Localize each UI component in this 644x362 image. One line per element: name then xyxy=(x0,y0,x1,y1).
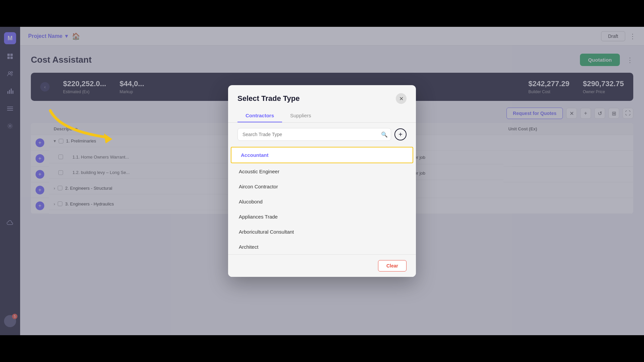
modal-tabs: Contractors Suppliers xyxy=(228,104,416,123)
trade-item-aircon-contractor[interactable]: Aircon Contractor xyxy=(229,179,415,194)
trade-item-appliances-trade[interactable]: Appliances Trade xyxy=(229,209,415,224)
trade-item-arboricultural-consultant[interactable]: Arboricultural Consultant xyxy=(229,224,415,239)
search-area: 🔍 + xyxy=(228,123,416,146)
modal-title: Select Trade Type xyxy=(237,94,300,103)
plus-icon: + xyxy=(398,131,402,138)
add-trade-button[interactable]: + xyxy=(394,128,407,140)
search-input-wrapper: 🔍 xyxy=(237,128,391,141)
clear-button[interactable]: Clear xyxy=(378,260,407,272)
search-icon: 🔍 xyxy=(381,131,388,138)
trade-item-architect[interactable]: Architect xyxy=(229,239,415,254)
tab-suppliers[interactable]: Suppliers xyxy=(282,109,319,122)
modal-header: Select Trade Type ✕ xyxy=(228,85,416,104)
trade-item-accountant[interactable]: Accountant xyxy=(231,147,413,163)
trade-item-acoustic-engineer[interactable]: Acoustic Engineer xyxy=(229,164,415,179)
close-icon: ✕ xyxy=(399,96,404,102)
modal-close-button[interactable]: ✕ xyxy=(396,93,407,104)
search-input[interactable] xyxy=(237,128,391,141)
tab-contractors[interactable]: Contractors xyxy=(237,109,282,122)
modal-footer: Clear xyxy=(228,254,416,277)
trade-item-alucobond[interactable]: Alucobond xyxy=(229,194,415,209)
select-trade-type-modal: Select Trade Type ✕ Contractors Supplier… xyxy=(228,85,416,277)
trade-list: Accountant Acoustic Engineer Aircon Cont… xyxy=(229,146,415,254)
